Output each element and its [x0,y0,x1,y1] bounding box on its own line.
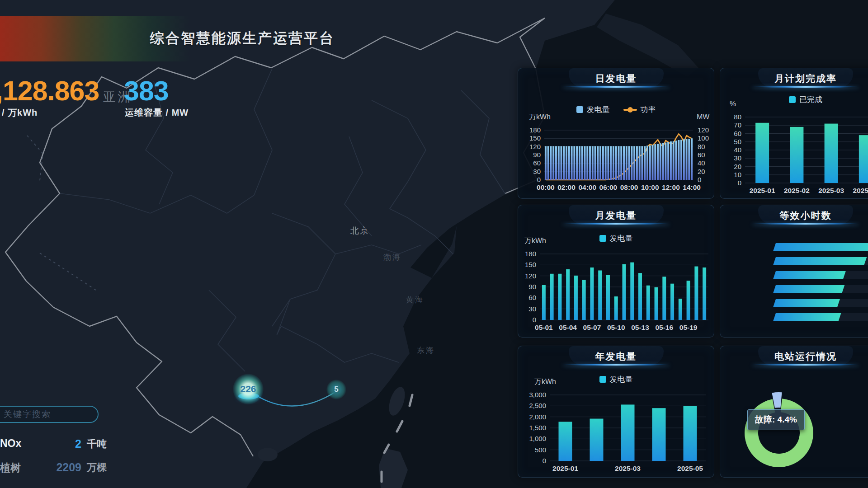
svg-text:90: 90 [533,151,541,159]
svg-text:180: 180 [525,250,536,258]
hainan-island [258,448,278,461]
trees-unit: 万棵 [87,461,107,474]
nox-label: NOx [0,437,21,450]
equivalent-hours-chart[interactable] [720,205,868,338]
svg-text:0: 0 [698,176,701,183]
monthly-generation-chart[interactable]: 0306090120150180万kWh05-0105-0405-0705-10… [518,205,715,338]
svg-text:60: 60 [533,159,541,167]
svg-text:80: 80 [698,143,705,150]
svg-text:1,000: 1,000 [529,435,546,442]
svg-text:0: 0 [537,176,541,183]
svg-text:60: 60 [698,151,705,159]
svg-text:万kWh: 万kWh [524,237,546,244]
daily-generation-chart[interactable]: 0306090120150180020406080100120万kWhMW00:… [518,68,715,199]
eco-trees-row: 植树 2209 万棵 [0,461,118,474]
svg-text:10: 10 [734,171,741,178]
donut-tooltip: 故障: 4.4% [747,409,805,430]
capacity-value: 383 [124,75,169,107]
panel-plan-completion: 月计划完成率 已完成 01020304050607080%2025-012025… [720,68,868,199]
svg-text:06:00: 06:00 [599,183,618,191]
daily-generation-value: ,128.863 [0,75,99,107]
svg-text:40: 40 [734,146,741,154]
svg-text:500: 500 [535,446,546,454]
svg-text:08:00: 08:00 [620,183,638,191]
svg-text:70: 70 [734,121,741,129]
svg-text:2,500: 2,500 [529,402,546,409]
svg-text:05-07: 05-07 [583,324,601,331]
trees-label: 植树 [0,461,21,475]
svg-text:3,000: 3,000 [529,391,546,399]
map-marker-5[interactable]: 5 [326,380,346,399]
nox-value: 2 [50,437,81,450]
panel-monthly-generation: 月发电量 发电量 0306090120150180万kWh05-0105-040… [518,205,714,338]
svg-text:30: 30 [528,305,536,313]
svg-text:05-16: 05-16 [655,324,673,331]
svg-text:万kWh: 万kWh [534,378,556,385]
panel-station-status: 电站运行情况 故障: 4.4% [720,346,868,478]
svg-text:04:00: 04:00 [578,183,596,191]
svg-text:80: 80 [734,113,741,121]
plan-completion-chart[interactable]: 01020304050607080%2025-012025-022025-032… [720,68,868,199]
capacity-label: 运维容量 / MW [125,107,189,119]
svg-text:%: % [730,100,736,108]
svg-text:万kWh: 万kWh [529,113,551,121]
svg-text:20: 20 [698,168,705,175]
svg-text:2025-01: 2025-01 [750,187,775,194]
panel-daily-generation: 日发电量 发电量 功率 0306090120150180020406080100… [518,68,714,199]
svg-text:40: 40 [698,159,705,167]
svg-text:2025-04: 2025-04 [853,187,868,194]
svg-text:2025-03: 2025-03 [818,187,844,194]
page-title: 综合智慧能源生产运营平台 [150,29,335,48]
svg-text:120: 120 [698,126,709,134]
svg-text:30: 30 [533,168,541,175]
svg-text:100: 100 [698,134,709,142]
daily-generation-label: / 万kWh [2,107,38,119]
svg-text:2025-05: 2025-05 [677,465,703,472]
svg-text:150: 150 [525,261,536,268]
svg-text:120: 120 [525,272,536,280]
svg-text:05-13: 05-13 [631,324,649,331]
svg-text:05-10: 05-10 [607,324,625,331]
svg-text:05-19: 05-19 [679,324,698,331]
svg-text:0: 0 [533,316,536,324]
svg-text:00:00: 00:00 [537,183,555,191]
panel-equivalent-hours: 等效小时数 [720,205,868,338]
svg-text:02:00: 02:00 [557,183,576,191]
svg-text:0: 0 [738,179,741,187]
svg-text:14:00: 14:00 [683,183,701,191]
svg-text:1,500: 1,500 [529,424,546,432]
svg-text:150: 150 [529,134,541,142]
svg-text:50: 50 [734,138,741,145]
svg-text:05-04: 05-04 [559,324,577,331]
svg-text:180: 180 [529,126,541,134]
svg-text:0: 0 [542,457,546,465]
eco-nox-row: NOx 2 千吨 [0,437,118,450]
svg-text:10:00: 10:00 [641,183,659,191]
search-input[interactable] [0,406,99,423]
dashboard: 综合智慧能源生产运营平台 亚洲 北京 渤海 黄海 东海 ,128.863 / 万… [0,0,868,488]
svg-text:05-01: 05-01 [535,324,553,331]
svg-text:30: 30 [734,154,741,162]
nox-unit: 千吨 [87,437,107,451]
svg-text:2025-01: 2025-01 [552,465,578,472]
map-marker-226[interactable]: 226 [233,374,264,404]
svg-text:2025-03: 2025-03 [615,465,641,472]
yearly-generation-chart[interactable]: 05001,0001,5002,0002,5003,000万kWh2025-01… [518,346,715,478]
svg-text:2,000: 2,000 [529,413,546,421]
svg-text:MW: MW [697,113,710,121]
svg-text:60: 60 [528,294,536,301]
svg-text:90: 90 [528,283,536,291]
svg-text:120: 120 [529,143,541,150]
panel-yearly-generation: 年发电量 发电量 05001,0001,5002,0002,5003,000万k… [518,346,714,478]
trees-value: 2209 [50,461,81,474]
svg-text:2025-02: 2025-02 [784,187,810,194]
svg-text:12:00: 12:00 [662,183,680,191]
svg-text:60: 60 [734,130,741,137]
svg-text:20: 20 [734,163,741,170]
